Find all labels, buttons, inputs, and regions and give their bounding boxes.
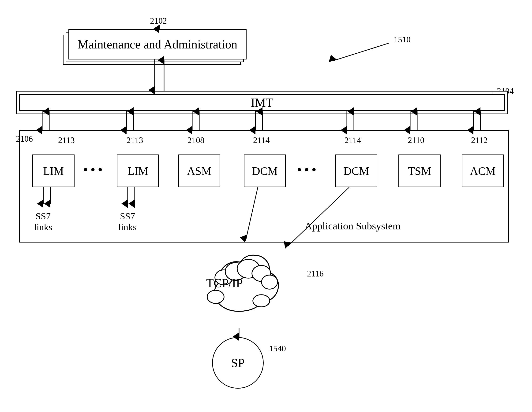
acm-box: ACM	[462, 155, 504, 187]
ref-2102: 2102	[150, 16, 167, 26]
svg-point-6	[253, 295, 270, 307]
lim1-label: LIM	[43, 165, 64, 177]
imt-label: IMT	[251, 96, 273, 110]
ref-2108: 2108	[188, 135, 204, 145]
dcm1-box: DCM	[244, 155, 286, 187]
ref-1540: 1540	[269, 344, 286, 354]
dcm2-box: DCM	[335, 155, 377, 187]
asm-box: ASM	[178, 155, 220, 187]
diagram-container: 2102 1510 2104 Maintenance and Administr…	[0, 0, 532, 412]
ref-2110: 2110	[408, 135, 424, 145]
ref-1510: 1510	[394, 35, 411, 45]
acm-label: ACM	[470, 165, 495, 177]
ref-2113b: 2113	[127, 135, 143, 145]
sp-circle: SP	[212, 337, 264, 389]
ref-2114b: 2114	[344, 135, 361, 145]
dcm2-label: DCM	[343, 165, 369, 177]
dots1: • • •	[84, 163, 102, 176]
ma-label: Maintenance and Administration	[77, 37, 238, 51]
ref-2113a: 2113	[58, 135, 75, 145]
svg-line-14	[333, 43, 389, 61]
imt-inner: IMT	[19, 94, 505, 111]
tsm-label: TSM	[408, 165, 431, 177]
ss7-links2: SS7 links	[118, 211, 137, 233]
sp-label: SP	[231, 356, 245, 370]
ref-2112: 2112	[471, 135, 488, 145]
ss7-links1: SS7 links	[34, 211, 52, 233]
ref-2106: 2106	[16, 134, 33, 144]
lim2-label: LIM	[127, 165, 148, 177]
asm-label: ASM	[187, 165, 211, 177]
lim2-box: LIM	[117, 155, 159, 187]
dcm1-label: DCM	[252, 165, 277, 177]
ma-box: Maintenance and Administration	[68, 29, 247, 59]
ref-2116: 2116	[307, 269, 324, 279]
tcp-ip-label: TCP/IP	[206, 276, 243, 290]
lim1-box: LIM	[32, 155, 75, 187]
svg-point-5	[207, 290, 224, 303]
svg-point-4	[262, 275, 277, 289]
dots2: • • •	[297, 163, 316, 176]
tsm-box: TSM	[399, 155, 441, 187]
app-subsystem-label: Application Subsystem	[305, 220, 400, 232]
ref-2114a: 2114	[253, 135, 270, 145]
